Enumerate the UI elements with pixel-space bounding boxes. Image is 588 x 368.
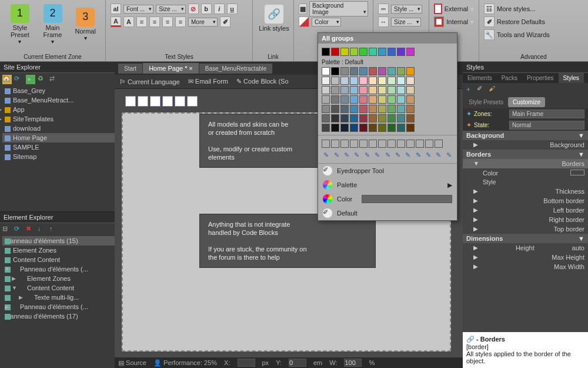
dimensions-section[interactable]: Dimensions▼ (463, 234, 588, 243)
handle-icon[interactable] (162, 96, 173, 107)
tree-item[interactable]: ▶Element Zones (2, 274, 115, 283)
borders-section[interactable]: Borders▼ (463, 150, 588, 159)
back-color-icon[interactable]: A (123, 16, 134, 27)
bold-icon[interactable]: b (201, 4, 212, 14)
link-styles-button[interactable]: 🔗Link styles (258, 2, 290, 32)
x-input[interactable] (238, 359, 255, 367)
home-icon[interactable]: 🏠 (2, 75, 12, 84)
eyedropper-slot-icon[interactable]: ✎ (393, 151, 402, 159)
prop-right-border[interactable]: ▶ Right border (463, 215, 588, 224)
tree-item[interactable]: Panneau d'éléments (17) (2, 311, 115, 321)
collapse-icon[interactable]: ▼ (5, 266, 10, 272)
expand-icon[interactable]: ▶ (19, 294, 23, 300)
color-swatch[interactable] (406, 140, 415, 148)
color-swatch[interactable] (322, 140, 330, 148)
source-button[interactable]: ▤ Source (118, 359, 146, 367)
spacing-size-combo[interactable]: Size ... (391, 18, 421, 26)
color-swatch[interactable] (322, 105, 330, 113)
internal-label[interactable]: Internal (446, 18, 468, 25)
color-swatch[interactable] (387, 95, 396, 104)
expand-icon[interactable]: ▶ (5, 304, 9, 310)
tree-item[interactable]: ▶SiteTemplates (2, 114, 115, 124)
bg-image-combo[interactable]: Background Image (309, 1, 368, 16)
color-swatch[interactable] (378, 105, 386, 113)
eyedropper-slot-icon[interactable]: ✎ (363, 151, 372, 159)
color-swatch[interactable] (340, 140, 349, 148)
style-preset-button[interactable]: 1Style Preset▾ (5, 2, 35, 45)
delete-icon[interactable]: ✖ (26, 225, 35, 234)
underline-icon[interactable]: u (227, 4, 238, 14)
color-swatch[interactable] (406, 86, 415, 94)
color-swatch[interactable] (387, 48, 396, 56)
color-swatch[interactable] (340, 95, 349, 104)
color-swatch[interactable] (378, 67, 386, 75)
color-swatch[interactable] (322, 95, 330, 104)
color-swatch[interactable] (435, 140, 443, 148)
paintbrush-icon[interactable]: 🖌 (489, 85, 498, 94)
tree-item[interactable]: SAMPLE (2, 142, 115, 152)
collapse-icon[interactable]: ▼ (578, 151, 584, 158)
color-swatch[interactable] (322, 77, 330, 85)
tree-item[interactable]: ▼Panneau d'éléments (... (2, 264, 115, 274)
color-swatch[interactable] (350, 95, 358, 104)
prop-top-border[interactable]: ▶ Top border (463, 224, 588, 234)
color-swatch[interactable] (406, 124, 415, 132)
background-section[interactable]: Background▼ (463, 131, 588, 140)
color-swatch[interactable] (570, 170, 584, 175)
style-presets-tab[interactable]: Style Presets (464, 97, 508, 107)
tools-button[interactable]: Tools and Wizards (497, 31, 550, 38)
align-right-icon[interactable]: ≡ (162, 16, 173, 27)
align-center-icon[interactable]: ≡ (149, 16, 160, 27)
color-swatch[interactable] (378, 124, 386, 132)
color-swatch[interactable] (331, 105, 339, 113)
color-swatch[interactable] (350, 114, 358, 122)
color-swatch[interactable] (322, 114, 330, 122)
color-swatch[interactable] (350, 140, 358, 148)
color-swatch[interactable] (397, 95, 405, 104)
tab-packs[interactable]: Packs (497, 73, 522, 83)
down-icon[interactable]: ↓ (38, 225, 47, 234)
color-swatch[interactable] (350, 105, 358, 113)
color-swatch[interactable] (378, 48, 386, 56)
eyedropper-slot-icon[interactable]: ✎ (414, 151, 423, 159)
font-color-icon[interactable]: A (111, 16, 121, 27)
tree-item[interactable]: Base_Grey (2, 86, 115, 95)
pct-unit[interactable]: % (369, 359, 375, 366)
color-swatch[interactable] (378, 95, 386, 104)
color-swatch[interactable] (369, 67, 377, 75)
eyedropper-slot-icon[interactable]: ✎ (424, 151, 433, 159)
collapse-icon[interactable]: ⊟ (2, 225, 12, 234)
color-swatch[interactable] (397, 105, 405, 113)
handle-icon[interactable] (150, 96, 161, 107)
color-swatch[interactable] (369, 48, 377, 56)
text-element[interactable]: Anything that is not integratehandled by… (199, 214, 376, 268)
eyedropper-slot-icon[interactable]: ✎ (342, 151, 351, 159)
color-swatch[interactable] (331, 124, 339, 132)
px-unit[interactable]: px (262, 359, 269, 366)
font-combo[interactable]: Font ... (123, 5, 153, 14)
tree-item[interactable]: ▶App (2, 105, 115, 114)
more-styles-button[interactable]: More styles... (497, 5, 535, 12)
color-swatch[interactable] (331, 67, 339, 75)
color-swatch[interactable] (397, 124, 405, 132)
close-icon[interactable]: × (189, 65, 192, 72)
color-swatch[interactable] (359, 86, 368, 94)
normal-button[interactable]: 3Normal▾ (70, 5, 101, 41)
doc-tab-home[interactable]: Home Page * × (143, 63, 199, 74)
more-combo[interactable]: More (188, 18, 218, 26)
eyedropper-slot-icon[interactable]: ✎ (445, 151, 453, 159)
code-block-button[interactable]: ✎ Code Block (So (236, 78, 289, 85)
sync-icon[interactable]: ⇄ (49, 75, 59, 84)
color-swatch[interactable] (397, 77, 405, 85)
restore-button[interactable]: Restore Defaults (497, 18, 545, 25)
eyedropper-slot-icon[interactable]: ✎ (403, 151, 412, 159)
tree-item[interactable]: ▶Texte multi-lig... (2, 293, 115, 302)
tree-item[interactable]: Element Zones (2, 246, 115, 255)
prop-borders[interactable]: ▼ Borders (463, 159, 588, 168)
color-swatch[interactable] (369, 86, 377, 94)
prop-left-border[interactable]: ▶ Left border (463, 205, 588, 215)
color-swatch[interactable] (378, 140, 386, 148)
color-swatch[interactable] (397, 86, 405, 94)
color-swatch[interactable] (322, 124, 330, 132)
expand-icon[interactable]: ▶ (0, 107, 2, 112)
